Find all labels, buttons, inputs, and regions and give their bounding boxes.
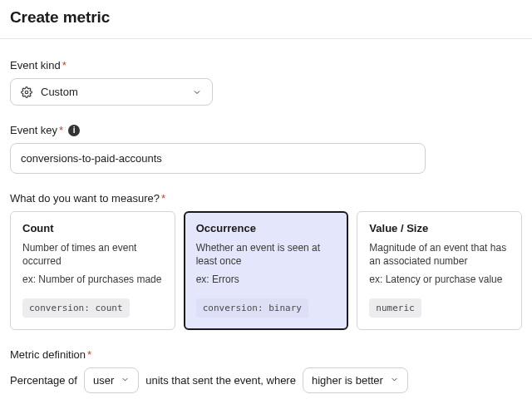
required-asterisk: * — [59, 124, 63, 136]
metric-definition-field: Metric definition* Percentage of user un… — [10, 348, 522, 393]
event-key-input[interactable] — [10, 143, 426, 174]
card-title: Value / Size — [369, 222, 510, 234]
chevron-down-icon — [390, 374, 399, 387]
measure-option-occurrence[interactable]: Occurrence Whether an event is seen at l… — [184, 211, 349, 330]
required-asterisk: * — [87, 348, 91, 361]
event-kind-label-text: Event kind — [10, 59, 61, 71]
card-desc: Number of times an event occurred — [22, 241, 163, 268]
card-tag: conversion: binary — [196, 298, 308, 318]
unit-value: user — [93, 374, 114, 387]
event-kind-field: Event kind* Custom — [10, 59, 522, 106]
metric-definition-label-text: Metric definition — [10, 348, 86, 361]
card-example: ex: Errors — [196, 273, 337, 286]
event-key-field: Event key* i — [10, 124, 522, 174]
card-title: Occurrence — [196, 222, 337, 234]
direction-value: higher is better — [312, 374, 383, 387]
gear-icon — [21, 86, 32, 98]
divider — [0, 38, 532, 39]
metric-definition-row: Percentage of user units that sent the e… — [10, 367, 522, 393]
required-asterisk: * — [161, 192, 165, 205]
measure-options: Count Number of times an event occurred … — [10, 211, 522, 330]
card-example: ex: Number of purchases made — [22, 273, 163, 286]
measure-option-value-size[interactable]: Value / Size Magnitude of an event that … — [357, 211, 522, 330]
card-desc: Whether an event is seen at least once — [196, 241, 337, 268]
event-kind-select[interactable]: Custom — [10, 78, 213, 106]
card-tag: conversion: count — [22, 298, 130, 318]
metric-definition-label: Metric definition* — [10, 348, 522, 361]
card-example: ex: Latency or purchase value — [369, 273, 510, 286]
card-title: Count — [22, 222, 163, 234]
measure-label: What do you want to measure?* — [10, 192, 522, 205]
event-kind-label: Event kind* — [10, 59, 522, 71]
event-key-label: Event key* i — [10, 124, 522, 136]
measure-label-text: What do you want to measure? — [10, 192, 160, 205]
card-desc: Magnitude of an event that has an associ… — [369, 241, 510, 268]
measure-option-count[interactable]: Count Number of times an event occurred … — [10, 211, 175, 330]
event-key-label-text: Event key — [10, 124, 57, 136]
chevron-down-icon — [192, 87, 202, 97]
required-asterisk: * — [62, 59, 66, 71]
definition-middle: units that sent the event, where — [145, 374, 296, 387]
chevron-down-icon — [121, 374, 130, 387]
definition-prefix: Percentage of — [10, 374, 77, 387]
event-kind-value: Custom — [41, 86, 78, 98]
info-icon[interactable]: i — [68, 125, 80, 136]
direction-select[interactable]: higher is better — [303, 367, 408, 393]
unit-select[interactable]: user — [84, 367, 139, 393]
svg-point-0 — [25, 91, 28, 94]
measure-field: What do you want to measure?* Count Numb… — [10, 192, 522, 330]
page-title: Create metric — [10, 8, 522, 27]
card-tag: numeric — [369, 298, 421, 318]
